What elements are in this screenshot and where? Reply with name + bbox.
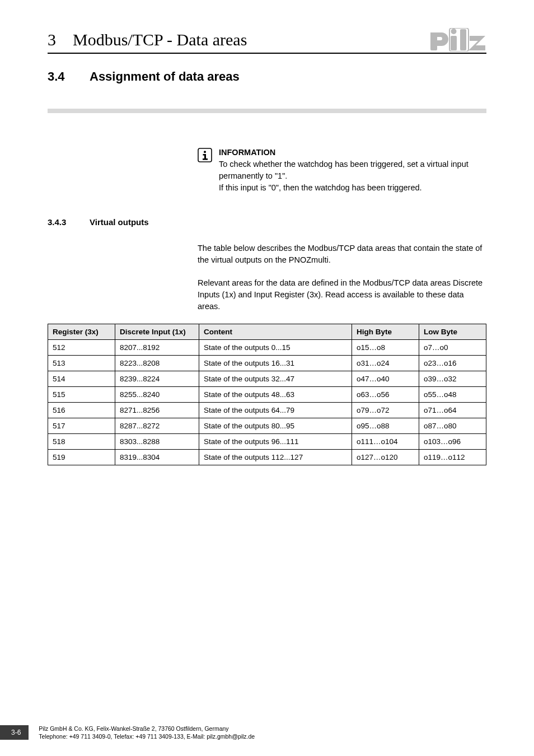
table-row: 5188303...8288State of the outputs 96...… bbox=[48, 434, 486, 450]
th-register: Register (3x) bbox=[48, 324, 115, 340]
chapter-number: 3 bbox=[48, 30, 56, 49]
chapter-title: Modbus/TCP - Data areas bbox=[73, 30, 430, 49]
table-cell: State of the outputs 64...79 bbox=[199, 403, 352, 418]
svg-rect-1 bbox=[451, 36, 457, 50]
svg-rect-3 bbox=[460, 29, 466, 50]
table-cell: 518 bbox=[48, 434, 115, 450]
table-cell: o103…o96 bbox=[419, 434, 486, 450]
page-header: 3 Modbus/TCP - Data areas bbox=[48, 28, 486, 54]
subsection-title: Virtual outputs bbox=[90, 217, 149, 227]
table-cell: State of the outputs 32...47 bbox=[199, 371, 352, 387]
table-cell: 8271...8256 bbox=[115, 403, 199, 418]
table-cell: 8223...8208 bbox=[115, 356, 199, 371]
table-cell: 512 bbox=[48, 340, 115, 356]
section-title: Assignment of data areas bbox=[90, 69, 240, 84]
svg-point-2 bbox=[451, 29, 457, 34]
th-high-byte: High Byte bbox=[352, 324, 419, 340]
table-cell: 519 bbox=[48, 450, 115, 465]
footer-text: Pilz GmbH & Co. KG, Felix-Wankel-Straße … bbox=[39, 725, 255, 740]
table-cell: State of the outputs 16...31 bbox=[199, 356, 352, 371]
section-heading: 3.4 Assignment of data areas bbox=[48, 69, 486, 109]
subsection-heading: 3.4.3 Virtual outputs bbox=[48, 217, 486, 227]
table-cell: State of the outputs 112...127 bbox=[199, 450, 352, 465]
table-cell: 8287...8272 bbox=[115, 418, 199, 434]
table-cell: o15…o8 bbox=[352, 340, 419, 356]
table-row: 5128207...8192State of the outputs 0...1… bbox=[48, 340, 486, 356]
th-low-byte: Low Byte bbox=[419, 324, 486, 340]
info-icon bbox=[198, 147, 219, 194]
table-cell: 8207...8192 bbox=[115, 340, 199, 356]
table-row: 5198319...8304State of the outputs 112..… bbox=[48, 450, 486, 465]
table-cell: o111…o104 bbox=[352, 434, 419, 450]
table-cell: o39…o32 bbox=[419, 371, 486, 387]
information-text: INFORMATION To check whether the watchdo… bbox=[219, 147, 486, 194]
table-cell: 8255...8240 bbox=[115, 387, 199, 403]
table-cell: o55…o48 bbox=[419, 387, 486, 403]
table-cell: State of the outputs 48...63 bbox=[199, 387, 352, 403]
body-paragraph-2: Relevant areas for the data are defined … bbox=[198, 277, 486, 312]
svg-point-6 bbox=[204, 151, 206, 153]
table-cell: 513 bbox=[48, 356, 115, 371]
information-callout: INFORMATION To check whether the watchdo… bbox=[198, 147, 486, 194]
table-cell: o47…o40 bbox=[352, 371, 419, 387]
table-cell: State of the outputs 80...95 bbox=[199, 418, 352, 434]
table-row: 5148239...8224State of the outputs 32...… bbox=[48, 371, 486, 387]
table-cell: 8239...8224 bbox=[115, 371, 199, 387]
table-cell: o87…o80 bbox=[419, 418, 486, 434]
table-cell: o23…o16 bbox=[419, 356, 486, 371]
table-cell: 515 bbox=[48, 387, 115, 403]
table-cell: 8303...8288 bbox=[115, 434, 199, 450]
information-line-2: If this input is "0", then the watchdog … bbox=[219, 183, 422, 192]
table-cell: o79…o72 bbox=[352, 403, 419, 418]
information-label: INFORMATION bbox=[219, 147, 486, 158]
pilz-logo bbox=[430, 28, 486, 52]
page-footer: 3-6 Pilz GmbH & Co. KG, Felix-Wankel-Str… bbox=[0, 725, 255, 740]
table-cell: o31…o24 bbox=[352, 356, 419, 371]
page-number-badge: 3-6 bbox=[0, 725, 29, 740]
table-row: 5178287...8272State of the outputs 80...… bbox=[48, 418, 486, 434]
table-cell: o95…o88 bbox=[352, 418, 419, 434]
table-row: 5168271...8256State of the outputs 64...… bbox=[48, 403, 486, 418]
information-line-1: To check whether the watchdog has been t… bbox=[219, 160, 469, 180]
table-header-row: Register (3x) Discrete Input (1x) Conten… bbox=[48, 324, 486, 340]
virtual-outputs-table: Register (3x) Discrete Input (1x) Conten… bbox=[48, 324, 486, 465]
table-cell: 517 bbox=[48, 418, 115, 434]
subsection-number: 3.4.3 bbox=[48, 217, 90, 227]
table-cell: State of the outputs 0...15 bbox=[199, 340, 352, 356]
table-cell: State of the outputs 96...111 bbox=[199, 434, 352, 450]
table-cell: o71…o64 bbox=[419, 403, 486, 418]
body-paragraph-1: The table below describes the Modbus/TCP… bbox=[198, 242, 486, 266]
svg-rect-9 bbox=[203, 158, 208, 160]
table-row: 5138223...8208State of the outputs 16...… bbox=[48, 356, 486, 371]
th-discrete-input: Discrete Input (1x) bbox=[115, 324, 199, 340]
table-cell: o127…o120 bbox=[352, 450, 419, 465]
table-cell: 514 bbox=[48, 371, 115, 387]
section-number: 3.4 bbox=[48, 69, 90, 84]
footer-line-1: Pilz GmbH & Co. KG, Felix-Wankel-Straße … bbox=[39, 725, 228, 732]
th-content: Content bbox=[199, 324, 352, 340]
table-cell: o7…o0 bbox=[419, 340, 486, 356]
table-cell: 8319...8304 bbox=[115, 450, 199, 465]
table-row: 5158255...8240State of the outputs 48...… bbox=[48, 387, 486, 403]
table-cell: o119…o112 bbox=[419, 450, 486, 465]
table-cell: 516 bbox=[48, 403, 115, 418]
divider-bar bbox=[48, 109, 486, 113]
table-cell: o63…o56 bbox=[352, 387, 419, 403]
footer-line-2: Telephone: +49 711 3409-0, Telefax: +49 … bbox=[39, 733, 255, 740]
svg-rect-8 bbox=[204, 154, 206, 159]
